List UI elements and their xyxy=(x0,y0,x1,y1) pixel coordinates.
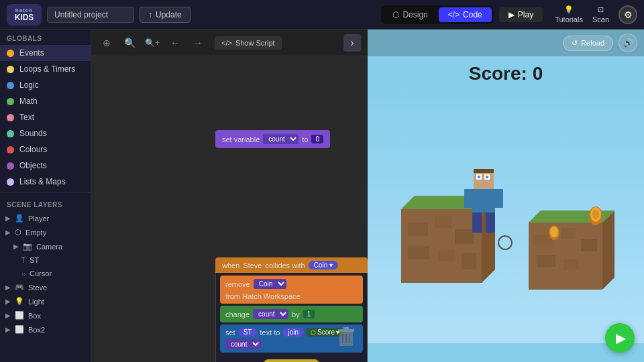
sidebar-item-text[interactable]: Text xyxy=(0,109,91,125)
profile-button[interactable]: ⚙ xyxy=(619,5,637,24)
project-name-input[interactable] xyxy=(47,7,134,23)
scene-item-steve[interactable]: ▶ 🎮 Steve xyxy=(0,280,91,294)
steve-icon: 🎮 xyxy=(15,283,24,292)
scene-item-light[interactable]: ▶ 💡 Light xyxy=(0,294,91,308)
sounds-dot xyxy=(7,130,14,137)
set-label: set variable xyxy=(222,135,260,143)
set-variable-block[interactable]: set variable count to 0 xyxy=(215,130,330,148)
scene-item-st[interactable]: T ST xyxy=(0,253,91,267)
objects-dot xyxy=(7,162,14,170)
logic-dot xyxy=(7,82,14,89)
logo-line2: KIDS xyxy=(15,13,34,21)
zoom-out-button[interactable]: 🔍 xyxy=(121,34,138,52)
scene-item-camera[interactable]: ▶ 📷 Camera xyxy=(0,239,91,253)
sidebar-item-sounds[interactable]: Sounds xyxy=(0,125,91,141)
remove-block[interactable]: remove Coin from Hatch Workspace xyxy=(220,276,363,304)
scene-item-cursor[interactable]: ○ Cursor xyxy=(0,267,91,280)
tab-code[interactable]: </> Code xyxy=(439,7,492,22)
st-pill[interactable]: ST xyxy=(238,328,258,337)
remove-coin-dropdown[interactable]: Coin xyxy=(254,279,286,289)
enable-notch-button[interactable]: enable notch xyxy=(263,359,320,362)
by-label: by xyxy=(292,310,300,318)
trash-button[interactable] xyxy=(335,326,357,351)
sidebar-item-lists-maps[interactable]: Lists & Maps xyxy=(0,174,91,190)
svg-rect-22 xyxy=(474,169,494,173)
topbar-right: 💡 Tutorials ⊡ Scan ⚙ xyxy=(555,5,637,24)
update-button[interactable]: ↑ Update xyxy=(140,7,191,23)
play-button[interactable]: ▶ Play xyxy=(499,7,543,22)
sound-button[interactable]: 🔊 xyxy=(619,34,637,52)
trash-icon xyxy=(337,326,356,347)
when-collides-block[interactable]: when Steve collides with Coin ▾ xyxy=(215,257,368,273)
svg-rect-34 xyxy=(581,239,597,251)
code-area: ⊕ 🔍 🔍+ ← → </> Show Script › set variabl… xyxy=(91,29,368,362)
sound-icon: 🔊 xyxy=(623,38,633,48)
svg-rect-20 xyxy=(478,176,480,178)
svg-rect-26 xyxy=(472,213,482,233)
tutorials-icon: 💡 xyxy=(564,5,574,14)
sidebar: GLOBALS Events Loops & Timers Logic Math… xyxy=(0,29,91,362)
tab-design[interactable]: ⬡ Design xyxy=(383,7,437,22)
sidebar-divider xyxy=(0,192,91,193)
scene-item-box[interactable]: ▶ ⬜ Box xyxy=(0,308,91,322)
scene-item-empty[interactable]: ▶ ⬡ Empty xyxy=(0,225,91,239)
text-to-label: text to xyxy=(260,328,280,337)
scene-item-box2[interactable]: ▶ ⬜ Box2 xyxy=(0,322,91,337)
svg-rect-33 xyxy=(561,228,576,239)
reload-icon: ↺ xyxy=(572,39,578,48)
floating-coin xyxy=(549,225,559,240)
coin-dropdown[interactable]: Coin ▾ xyxy=(309,261,339,269)
svg-rect-11 xyxy=(408,223,428,236)
svg-rect-2 xyxy=(343,327,349,330)
reload-button[interactable]: ↺ Reload xyxy=(563,36,613,51)
sidebar-item-events[interactable]: Events xyxy=(0,45,91,61)
coin-on-platform xyxy=(589,206,602,225)
svg-rect-21 xyxy=(486,176,488,178)
change-count-dropdown[interactable]: count xyxy=(253,309,288,319)
svg-rect-14 xyxy=(408,246,429,259)
game-view: ↺ Reload 🔊 Score: 0 xyxy=(368,29,644,362)
profile-icon: ⚙ xyxy=(624,9,633,20)
sidebar-item-loops-timers[interactable]: Loops & Timers xyxy=(0,61,91,77)
svg-rect-23 xyxy=(472,189,495,213)
svg-rect-16 xyxy=(462,253,476,269)
zoom-in-button[interactable]: 🔍+ xyxy=(144,34,161,52)
sidebar-item-math[interactable]: Math xyxy=(0,93,91,109)
sidebar-item-colours[interactable]: Colours xyxy=(0,141,91,158)
camera-icon: 📷 xyxy=(23,242,32,251)
redo-button[interactable]: → xyxy=(189,34,207,52)
blocks-canvas[interactable]: set variable count to 0 when Steve colli… xyxy=(91,56,368,362)
svg-rect-27 xyxy=(486,213,495,233)
events-dot xyxy=(7,50,14,57)
scan-button[interactable]: ⊡ Scan xyxy=(592,5,609,23)
join-pill[interactable]: join xyxy=(282,328,304,337)
undo-button[interactable]: ← xyxy=(166,34,184,52)
code-icon: </> xyxy=(448,10,460,19)
change-value: 1 xyxy=(303,310,315,318)
more-button[interactable]: › xyxy=(343,34,361,52)
globals-label: GLOBALS xyxy=(0,29,91,45)
design-icon: ⬡ xyxy=(392,10,399,19)
show-script-button[interactable]: </> Show Script xyxy=(215,36,282,50)
tutorials-button[interactable]: 💡 Tutorials xyxy=(555,5,583,23)
svg-rect-24 xyxy=(464,189,472,208)
svg-point-41 xyxy=(550,227,558,237)
enable-notch-container: enable notch xyxy=(220,355,363,362)
change-block[interactable]: change count by 1 xyxy=(220,306,363,322)
count-dropdown[interactable]: count xyxy=(225,339,261,349)
logo: hatch KIDS xyxy=(7,4,42,25)
play-triangle-icon: ▶ xyxy=(616,330,626,346)
compass-button[interactable]: ⊕ xyxy=(98,34,115,52)
svg-rect-36 xyxy=(564,259,578,270)
lists-dot xyxy=(7,178,14,186)
from-label: from Hatch Workspace xyxy=(225,292,301,300)
sidebar-item-logic[interactable]: Logic xyxy=(0,77,91,93)
sidebar-item-objects[interactable]: Objects xyxy=(0,158,91,174)
update-icon: ↑ xyxy=(148,10,152,19)
set2-label: set xyxy=(225,328,235,337)
scene-item-player[interactable]: ▶ 👤 Player xyxy=(0,211,91,225)
play-circle-button[interactable]: ▶ xyxy=(605,323,635,353)
variable-dropdown[interactable]: count xyxy=(263,134,299,144)
svg-point-39 xyxy=(592,210,599,219)
when-label: when xyxy=(222,261,239,269)
